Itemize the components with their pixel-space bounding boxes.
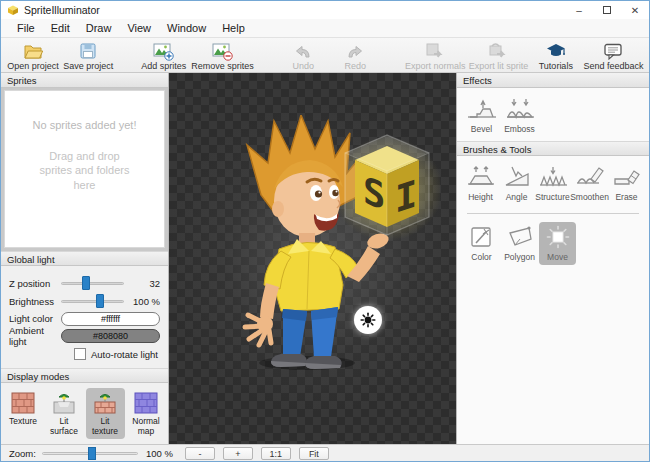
graduation-cap-icon (546, 41, 566, 60)
z-position-slider[interactable] (61, 276, 124, 290)
lit-surface-icon (52, 391, 76, 415)
menu-help[interactable]: Help (214, 20, 253, 36)
tool-label: Color (471, 252, 491, 262)
tool-move[interactable]: Move (539, 222, 576, 265)
floppy-disk-icon (79, 41, 97, 60)
zoom-out-button[interactable]: - (185, 447, 215, 460)
global-light-header: Global light (1, 251, 168, 266)
menu-file[interactable]: File (9, 20, 43, 36)
tool-polygon[interactable]: Polygon (501, 222, 538, 265)
tools-divider (467, 213, 639, 214)
close-button[interactable]: ✕ (621, 1, 649, 19)
redo-button: Redo (329, 40, 381, 72)
toolbar-label: Undo (292, 61, 314, 71)
normal-map-icon (134, 391, 158, 415)
angle-icon (502, 165, 532, 189)
export-normals-button: Export normals (403, 40, 467, 72)
mode-texture[interactable]: Texture (4, 388, 43, 439)
effect-bevel[interactable]: Bevel (463, 94, 500, 137)
tool-structure[interactable]: Structure (535, 162, 570, 205)
tool-erase[interactable]: Erase (609, 162, 644, 205)
brushes-row-1: Height Angle Structure Smoothen Erase (457, 156, 649, 209)
tool-label: Move (547, 252, 568, 262)
sun-icon (360, 312, 376, 328)
toolbar-label: Add sprites (141, 61, 186, 71)
tool-label: Height (468, 192, 493, 202)
brushes-row-2: Color Polygon Move (457, 216, 649, 269)
open-folder-icon (23, 41, 43, 60)
app-cube-icon (7, 4, 19, 16)
menu-view[interactable]: View (119, 20, 159, 36)
brightness-value: 100 % (130, 296, 160, 307)
app-window: SpriteIlluminator – ✕ File Edit Draw Vie… (0, 0, 650, 462)
zoom-one-to-one-button[interactable]: 1:1 (261, 447, 291, 460)
minimize-button[interactable]: – (565, 1, 593, 19)
toolbar-label: Export lit sprite (469, 61, 529, 71)
window-title: SpriteIlluminator (24, 4, 565, 16)
export-lit-icon (488, 41, 508, 60)
zoom-label: Zoom: (9, 448, 36, 459)
tool-label: Angle (506, 192, 528, 202)
mode-lit-texture[interactable]: Lit texture (86, 388, 125, 439)
toolbar-label: Redo (344, 61, 366, 71)
zoom-in-button[interactable]: + (223, 447, 253, 460)
tool-angle[interactable]: Angle (499, 162, 534, 205)
tool-smoothen[interactable]: Smoothen (571, 162, 608, 205)
toolbar-label: Tutorials (539, 61, 573, 71)
height-icon (466, 165, 496, 189)
zoom-fit-button[interactable]: Fit (299, 447, 329, 460)
global-light-panel: Z position 32 Brightness 100 % Light col… (1, 266, 168, 368)
zoom-slider[interactable] (42, 447, 138, 460)
tutorials-button[interactable]: Tutorials (530, 40, 582, 72)
effects-header: Effects (457, 73, 649, 88)
tool-label: Erase (615, 192, 637, 202)
tool-label: Structure (535, 192, 570, 202)
light-color-swatch[interactable]: #ffffff (61, 312, 160, 326)
sprites-panel-header: Sprites (1, 73, 168, 88)
z-position-value: 32 (130, 278, 160, 289)
add-sprites-button[interactable]: Add sprites (138, 40, 190, 72)
canvas[interactable]: S I (169, 73, 456, 444)
brightness-slider[interactable] (61, 294, 124, 308)
undo-arrow-icon (294, 41, 312, 60)
mode-lit-surface[interactable]: Lit surface (45, 388, 84, 439)
status-bar: Zoom: 100 % - + 1:1 Fit (1, 444, 649, 461)
auto-rotate-label: Auto-rotate light (91, 349, 158, 360)
color-wand-icon (467, 225, 497, 249)
send-feedback-button[interactable]: Send feedback (582, 40, 645, 72)
tool-label: Polygon (504, 252, 535, 262)
effect-emboss[interactable]: Emboss (501, 94, 538, 137)
menu-edit[interactable]: Edit (43, 20, 78, 36)
toolbar-label: Save project (63, 61, 113, 71)
auto-rotate-checkbox[interactable] (74, 348, 86, 360)
emboss-icon (505, 97, 535, 121)
tool-color[interactable]: Color (463, 222, 500, 265)
maximize-button[interactable] (593, 1, 621, 19)
remove-sprites-button[interactable]: Remove sprites (190, 40, 255, 72)
lit-texture-icon (93, 391, 117, 415)
brushes-tools-header: Brushes & Tools (457, 141, 649, 156)
export-icon (425, 41, 445, 60)
tool-height[interactable]: Height (463, 162, 498, 205)
bevel-icon (467, 97, 497, 121)
open-project-button[interactable]: Open project (5, 40, 61, 72)
ambient-light-label: Ambient light (9, 325, 61, 347)
menu-draw[interactable]: Draw (78, 20, 120, 36)
texture-icon (11, 391, 35, 415)
smoothen-icon (575, 165, 605, 189)
light-color-label: Light color (9, 313, 61, 324)
mode-normal-map[interactable]: Normal map (127, 388, 166, 439)
left-panel: Sprites No sprites added yet! Drag and d… (1, 73, 169, 444)
main-area: Sprites No sprites added yet! Drag and d… (1, 73, 649, 444)
erase-icon (612, 165, 642, 189)
ambient-light-swatch[interactable]: #808080 (61, 329, 160, 343)
export-lit-sprite-button: Export lit sprite (467, 40, 530, 72)
sprites-drop-area[interactable]: No sprites added yet! Drag and drop spri… (4, 90, 165, 248)
display-modes-header: Display modes (1, 368, 168, 383)
sprite-character: S I (235, 115, 440, 375)
save-project-button[interactable]: Save project (61, 40, 116, 72)
menu-window[interactable]: Window (159, 20, 214, 36)
structure-icon (538, 165, 568, 189)
tool-label: Emboss (504, 124, 535, 134)
light-position-marker[interactable] (354, 306, 382, 334)
